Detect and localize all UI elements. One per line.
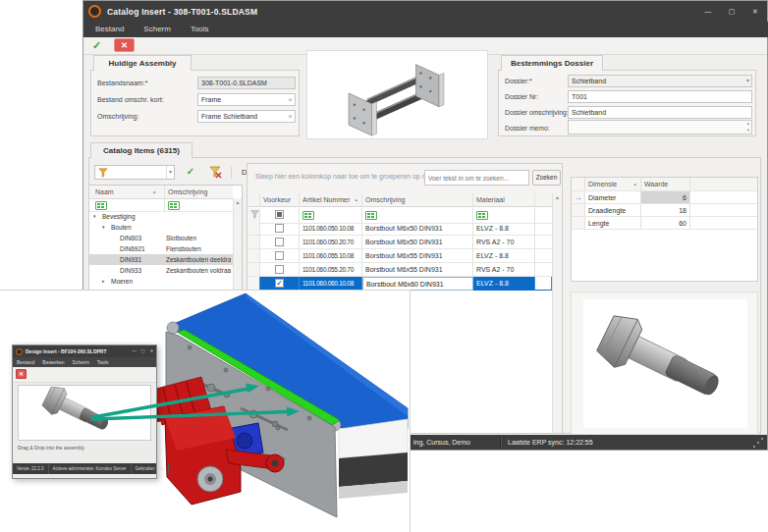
voorkeur-filter-checkbox[interactable] (275, 210, 284, 219)
spinner-up-icon[interactable]: ▴ (747, 121, 749, 127)
dimension-row-lengte[interactable]: Lengte 60 (572, 217, 757, 230)
table-row[interactable]: 1101.060.050.20.70 Borstbout M6x50 DIN93… (247, 236, 552, 249)
omschrijving-cell[interactable]: Borstbout M6x55 DIN931 (362, 249, 473, 263)
dossier-dropdown[interactable]: Schietband ▾ (568, 75, 752, 87)
column-filter-icon[interactable] (476, 211, 488, 220)
voorkeur-cell[interactable]: ✓ (260, 277, 300, 291)
row-indicator-icon: → (247, 277, 260, 291)
tree-column-naam[interactable]: Naam (95, 186, 114, 198)
close-button[interactable]: ✕ (743, 1, 767, 22)
tab-huidige-assembly[interactable]: Huidige Assembly (93, 55, 192, 71)
artikel-cell[interactable]: 1101.060.055.10.08 (300, 249, 362, 263)
column-filter-icon[interactable] (365, 211, 377, 220)
resize-grip[interactable] (761, 438, 763, 440)
tree-item-din603[interactable]: DIN603 Slotbouten (89, 233, 233, 243)
filter-combo[interactable]: ▾ (94, 165, 175, 180)
dimension-row-diameter[interactable]: → Diameter 6 (572, 191, 757, 204)
materiaal-cell[interactable]: ELVZ - 8.8 (473, 249, 535, 263)
column-omschrijving[interactable]: Omschrijving (362, 193, 473, 207)
scroll-up-icon[interactable]: ▲ (234, 198, 242, 207)
omschrijving-cell[interactable]: Borstbout M6x50 DIN931 (362, 222, 473, 236)
checkbox[interactable] (275, 224, 284, 233)
column-filter-icon[interactable] (302, 211, 314, 220)
column-voorkeur[interactable]: Voorkeur (260, 193, 300, 207)
table-row-selected[interactable]: → ✓ 1101.060.060.10.08 Borstbout M6x60 D… (247, 277, 552, 291)
grid-scrollbar[interactable]: ▲ (552, 193, 562, 433)
menu-bestand[interactable]: Bestand (85, 22, 134, 37)
clear-icon[interactable]: × (288, 111, 293, 122)
tree-item-din933[interactable]: DIN933 Zeskantbouten voldraad (89, 265, 233, 276)
column-filter-icon[interactable] (168, 201, 180, 210)
search-input[interactable] (424, 170, 529, 186)
clear-icon[interactable]: × (288, 94, 293, 105)
voorkeur-cell[interactable] (260, 222, 300, 236)
table-row[interactable]: 1101.060.055.20.70 Borstbout M6x55 DIN93… (247, 263, 552, 277)
artikel-cell[interactable]: 1101.060.060.10.08 (300, 277, 362, 291)
field-label: Dossier Nr: (505, 90, 538, 103)
chevron-right-icon[interactable]: ▸ (102, 276, 105, 287)
checkbox[interactable] (275, 238, 284, 246)
menu-bewerken: Bewerken (38, 357, 68, 367)
tree-column-omschrijving[interactable]: Omschrijving (168, 186, 207, 198)
dimension-row-draadlengte[interactable]: Draadlengte 18 (572, 204, 757, 217)
dossier-nr-field[interactable]: T001 (568, 90, 752, 103)
column-waarde[interactable]: Waarde (641, 178, 690, 191)
minimize-button[interactable]: — (696, 1, 720, 22)
dimensie-cell[interactable]: Diameter (585, 191, 641, 204)
voorkeur-cell[interactable] (260, 263, 300, 277)
search-button[interactable]: Zoeken (532, 170, 561, 186)
waarde-cell[interactable]: 60 (641, 217, 690, 230)
omschrijving-cell[interactable]: Borstbout M6x50 DIN931 (362, 236, 473, 249)
omschrijving-cell-focused[interactable]: Borstbout M6x60 DIN931 (362, 277, 473, 291)
chevron-down-icon[interactable]: ▾ (93, 211, 96, 222)
chevron-down-icon[interactable]: ▾ (102, 222, 105, 233)
column-dimensie[interactable]: Dimensie ▲ (585, 178, 641, 191)
tree-item-bevestiging[interactable]: ▾ Bevestiging (89, 211, 233, 222)
materiaal-cell[interactable]: RVS A2 - 70 (473, 236, 535, 249)
table-row[interactable]: 1101.060.050.10.08 Borstbout M6x50 DIN93… (247, 222, 552, 236)
checkbox-checked[interactable]: ✓ (275, 279, 284, 288)
apply-filter-button[interactable]: ✓ (181, 165, 200, 180)
confirm-button[interactable]: ✓ (86, 38, 107, 52)
clear-filter-button[interactable] (205, 165, 225, 180)
group-by-panel[interactable]: Sleep hier een kolomkop naar toe om te g… (247, 164, 562, 194)
menu-tools[interactable]: Tools (181, 22, 219, 37)
materiaal-cell[interactable]: ELVZ - 8.8 (473, 222, 535, 236)
waarde-cell[interactable]: 6 (641, 191, 690, 204)
bestandsnaam-field[interactable]: 308-T001-0.SLDASM (197, 77, 296, 89)
tab-bestemmings-dossier[interactable]: Bestemmings Dossier (501, 55, 603, 71)
tree-item-din6921[interactable]: DIN6921 Flensbouten (89, 243, 233, 254)
omschrijving-field[interactable]: Frame Schietband × (197, 110, 296, 123)
dimensie-cell[interactable]: Lengte (585, 217, 641, 230)
tree-item-bouten[interactable]: ▾ Bouten (89, 222, 233, 233)
tab-catalog-items[interactable]: Catalog Items (6315) (90, 142, 192, 158)
materiaal-cell[interactable]: RVS A2 - 70 (473, 263, 535, 277)
column-artikel-nummer[interactable]: Artikel Nummer ▲ (300, 193, 362, 207)
cancel-button[interactable]: ✕ (114, 38, 135, 52)
tree-item-din931[interactable]: DIN931 Zeskantbouten deeldraad (89, 254, 233, 265)
chevron-down-icon[interactable]: ▾ (166, 166, 172, 179)
tree-item-moeren[interactable]: ▸ Moeren (89, 276, 233, 287)
voorkeur-cell[interactable] (260, 249, 300, 263)
voorkeur-cell[interactable] (260, 236, 300, 249)
bestand-omschr-field[interactable]: Frame × (197, 93, 296, 106)
menu-scherm[interactable]: Scherm (134, 22, 181, 37)
artikel-cell[interactable]: 1101.060.055.20.70 (300, 263, 362, 277)
column-materiaal[interactable]: Materiaal (473, 193, 535, 207)
checkbox[interactable] (275, 251, 284, 260)
waarde-cell[interactable]: 18 (641, 204, 690, 217)
omschrijving-cell[interactable]: Borstbout M6x55 DIN931 (362, 263, 473, 277)
spinner-down-icon[interactable]: ▾ (747, 128, 749, 133)
artikel-cell[interactable]: 1101.060.050.20.70 (300, 236, 362, 249)
scroll-up-icon[interactable]: ▲ (553, 193, 562, 202)
dossier-memo-field[interactable]: ▴ ▾ (568, 120, 752, 134)
chevron-down-icon[interactable]: ▾ (746, 76, 749, 86)
checkbox[interactable] (275, 265, 284, 274)
dossier-omschrijving-field[interactable]: Schietband (568, 106, 752, 119)
table-row[interactable]: 1101.060.055.10.08 Borstbout M6x55 DIN93… (247, 249, 552, 263)
artikel-cell[interactable]: 1101.060.050.10.08 (300, 222, 362, 236)
dimensie-cell[interactable]: Draadlengte (585, 204, 641, 217)
maximize-button[interactable]: ▢ (720, 1, 743, 22)
materiaal-cell[interactable]: ELVZ - 8.8 (473, 277, 535, 291)
column-filter-icon[interactable] (95, 201, 107, 210)
